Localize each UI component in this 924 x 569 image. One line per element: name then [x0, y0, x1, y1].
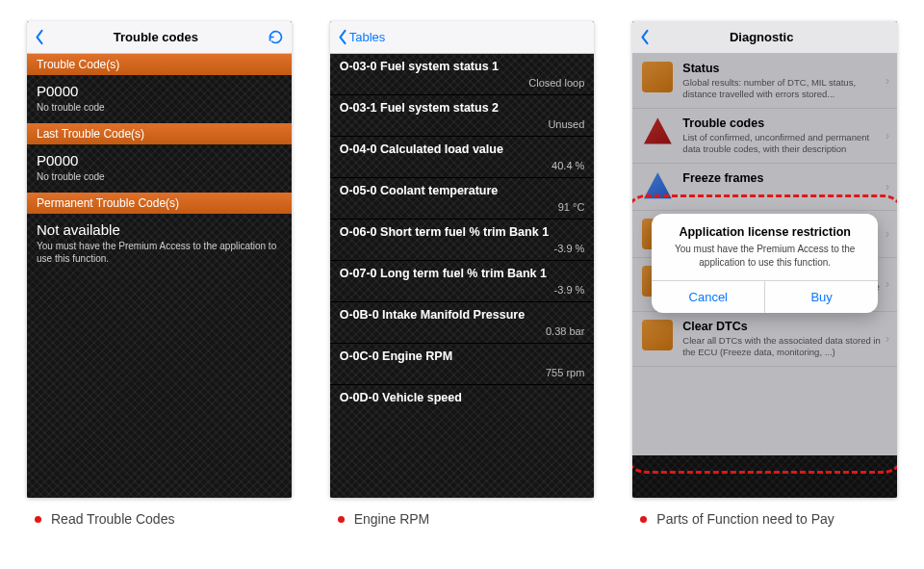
- section-header: Trouble Code(s): [27, 54, 292, 75]
- table-row[interactable]: O-07-0 Long term fuel % trim Bank 1-3.9 …: [330, 260, 595, 301]
- buy-button[interactable]: Buy: [765, 281, 878, 313]
- license-alert: Application license restriction You must…: [652, 214, 878, 313]
- table-row[interactable]: O-03-1 Fuel system status 2Unused: [330, 94, 595, 136]
- phone-diagnostic: Diagnostic StatusGlobal results: number …: [632, 21, 897, 498]
- chevron-left-icon: [338, 29, 347, 45]
- code-desc: You must have the Premium Access to the …: [37, 240, 282, 265]
- caption: Parts of Function need to Pay: [632, 511, 897, 527]
- table-row[interactable]: O-04-0 Calculated load value40.4 %: [330, 136, 595, 177]
- caption: Engine RPM: [330, 511, 595, 527]
- refresh-icon: [268, 29, 284, 45]
- navbar: Tables: [330, 21, 595, 54]
- code-entry[interactable]: P0000 No trouble code: [27, 144, 292, 193]
- navbar: Diagnostic: [632, 21, 897, 54]
- bullet-icon: [35, 516, 41, 523]
- row-label: O-0C-0 Engine RPM: [340, 349, 585, 363]
- page-title: Trouble codes: [114, 30, 198, 44]
- code-desc: No trouble code: [37, 170, 282, 183]
- row-label: O-0B-0 Intake Manifold Pressure: [340, 308, 585, 322]
- row-label: O-05-0 Coolant temperature: [340, 184, 585, 197]
- alert-message: You must have the Premium Access to the …: [652, 243, 878, 280]
- caption-text: Read Trouble Codes: [51, 511, 174, 527]
- row-label: O-03-0 Fuel system status 1: [340, 60, 585, 73]
- chevron-left-icon: [35, 29, 44, 45]
- page-title: Diagnostic: [730, 30, 793, 44]
- row-label: O-03-1 Fuel system status 2: [340, 101, 585, 115]
- table-row[interactable]: O-0B-0 Intake Manifold Pressure0.38 bar: [330, 301, 595, 343]
- row-value: 0.38 bar: [340, 325, 585, 337]
- table-row[interactable]: O-03-0 Fuel system status 1Closed loop: [330, 54, 595, 94]
- back-button[interactable]: Tables: [338, 29, 386, 45]
- row-label: O-04-0 Calculated load value: [340, 142, 585, 156]
- row-value: 755 rpm: [340, 367, 585, 378]
- code-entry[interactable]: Not available You must have the Premium …: [27, 214, 292, 274]
- row-label: O-07-0 Long term fuel % trim Bank 1: [340, 267, 585, 280]
- table-row[interactable]: O-0D-0 Vehicle speed: [330, 384, 595, 410]
- cancel-button[interactable]: Cancel: [652, 281, 765, 313]
- section-header: Permanent Trouble Code(s): [27, 193, 292, 214]
- row-label: O-06-0 Short term fuel % trim Bank 1: [340, 225, 585, 239]
- row-value: 91 °C: [340, 201, 585, 213]
- phone-trouble-codes: Trouble codes Trouble Code(s) P0000 No t…: [27, 21, 292, 498]
- row-value: -3.9 %: [340, 243, 585, 254]
- navbar: Trouble codes: [27, 21, 292, 54]
- row-value: Closed loop: [340, 77, 585, 89]
- back-button[interactable]: [35, 29, 44, 45]
- table-row[interactable]: O-06-0 Short term fuel % trim Bank 1-3.9…: [330, 219, 595, 260]
- alert-title: Application license restriction: [652, 214, 878, 243]
- row-value: 40.4 %: [340, 160, 585, 171]
- table-row[interactable]: O-05-0 Coolant temperature91 °C: [330, 177, 595, 219]
- row-value: Unused: [340, 118, 585, 130]
- back-label: Tables: [349, 30, 386, 44]
- caption-text: Parts of Function need to Pay: [656, 511, 834, 527]
- code-entry[interactable]: P0000 No trouble code: [27, 75, 292, 123]
- code-desc: No trouble code: [37, 101, 282, 114]
- phone-tables: Tables O-03-0 Fuel system status 1Closed…: [330, 21, 595, 498]
- bullet-icon: [338, 516, 345, 523]
- caption: Read Trouble Codes: [27, 511, 292, 527]
- code-value: P0000: [37, 152, 282, 168]
- chevron-left-icon: [640, 29, 650, 45]
- refresh-button[interactable]: [268, 29, 284, 45]
- section-header: Last Trouble Code(s): [27, 123, 292, 144]
- row-value: -3.9 %: [340, 284, 585, 296]
- code-value: P0000: [37, 83, 282, 99]
- bullet-icon: [640, 516, 647, 523]
- row-label: O-0D-0 Vehicle speed: [340, 391, 585, 404]
- back-button[interactable]: [640, 29, 650, 45]
- caption-text: Engine RPM: [354, 511, 430, 527]
- table-row[interactable]: O-0C-0 Engine RPM755 rpm: [330, 343, 595, 384]
- code-value: Not available: [37, 221, 282, 238]
